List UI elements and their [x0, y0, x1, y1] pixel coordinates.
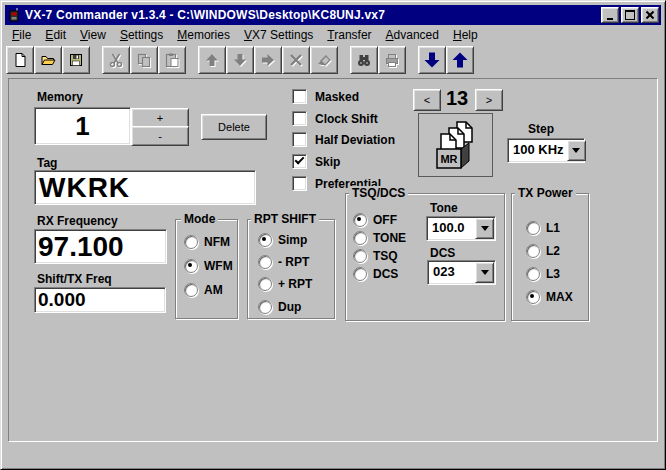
tone-label: Tone: [430, 201, 458, 215]
save-button[interactable]: [62, 46, 90, 74]
radio-l2[interactable]: L2: [526, 243, 560, 258]
radio-icon: [184, 235, 198, 249]
radio-icon: [258, 277, 272, 291]
step-dropdown[interactable]: 100 KHz: [507, 138, 585, 163]
menu-file[interactable]: File: [5, 27, 38, 44]
move-down-button[interactable]: [226, 46, 254, 74]
radio-icon: [258, 300, 272, 314]
rx-frequency-value: 97.100: [35, 231, 124, 263]
radio-wfm[interactable]: WFM: [184, 258, 233, 273]
chevron-down-icon: [481, 270, 489, 275]
rx-frequency-field[interactable]: 97.100: [34, 229, 167, 264]
maximize-icon: [625, 10, 635, 20]
tag-label: Tag: [37, 156, 57, 170]
menu-memories[interactable]: Memories: [170, 27, 237, 44]
radio-icon: [526, 267, 540, 281]
tag-field[interactable]: WKRK: [34, 170, 256, 205]
upload-from-radio-button[interactable]: [446, 46, 474, 74]
menu-advanced[interactable]: Advanced: [379, 27, 446, 44]
checkbox-label: Half Deviation: [315, 133, 395, 147]
checkbox-icon: [292, 176, 307, 191]
tone-value: 100.0: [427, 217, 474, 240]
menu-vx7-settings[interactable]: VX7 Settings: [237, 27, 320, 44]
radio-label: L2: [546, 244, 560, 258]
delete-row-button[interactable]: [282, 46, 310, 74]
maximize-button[interactable]: [621, 7, 639, 23]
close-button[interactable]: [641, 7, 659, 23]
shift-tx-freq-field[interactable]: 0.000: [34, 287, 166, 313]
erase-button[interactable]: [310, 46, 338, 74]
radio-minus-rpt[interactable]: - RPT: [258, 254, 309, 269]
radio-simp[interactable]: Simp: [258, 232, 307, 247]
radio-icon: [353, 231, 367, 245]
radio-plus-rpt[interactable]: + RPT: [258, 276, 312, 291]
radio-label: MAX: [546, 290, 573, 304]
cut-button[interactable]: [102, 46, 130, 74]
tx-power-group-label: TX Power: [515, 186, 576, 200]
radio-l3[interactable]: L3: [526, 266, 560, 281]
radio-nfm[interactable]: NFM: [184, 234, 230, 249]
dropdown-button[interactable]: [475, 262, 494, 283]
checkbox-icon: [292, 132, 307, 147]
title-bar: VX-7 Commander v1.3.4 - C:\WINDOWS\Deskt…: [5, 5, 661, 25]
main-panel: Memory 1 + - Delete Tag WKRK RX Frequenc…: [8, 78, 658, 442]
scissors-icon: [108, 52, 124, 68]
copy-pages-icon: [136, 52, 152, 68]
radio-am[interactable]: AM: [184, 282, 223, 297]
memory-number-field[interactable]: 1: [34, 107, 131, 145]
checkbox-icon: [292, 111, 307, 126]
print-button[interactable]: [378, 46, 406, 74]
shift-tx-freq-value: 0.000: [35, 289, 86, 311]
menu-help[interactable]: Help: [446, 27, 485, 44]
radio-tone[interactable]: TONE: [353, 230, 406, 245]
prev-memory-button[interactable]: <: [413, 89, 441, 111]
checkbox-icon: [292, 154, 307, 169]
menu-edit[interactable]: Edit: [38, 27, 73, 44]
checkbox-masked[interactable]: Masked: [292, 89, 359, 104]
dcs-value: 023: [428, 261, 474, 284]
radio-icon: [526, 290, 540, 304]
menu-view[interactable]: View: [73, 27, 113, 44]
copy-button[interactable]: [130, 46, 158, 74]
prev-arrow-label: <: [424, 94, 430, 106]
down-arrow-icon: [232, 52, 248, 68]
radio-label: TSQ: [373, 249, 398, 263]
move-up-button[interactable]: [198, 46, 226, 74]
dropdown-button[interactable]: [567, 140, 586, 161]
menu-transfer[interactable]: Transfer: [320, 27, 378, 44]
radio-label: OFF: [373, 213, 397, 227]
memory-increment-button[interactable]: +: [131, 108, 189, 128]
radio-icon: [184, 283, 198, 297]
open-file-button[interactable]: [34, 46, 62, 74]
find-button[interactable]: [350, 46, 378, 74]
checkbox-skip[interactable]: Skip: [292, 154, 340, 169]
radio-off[interactable]: OFF: [353, 212, 397, 227]
download-to-radio-button[interactable]: [418, 46, 446, 74]
radio-max[interactable]: MAX: [526, 289, 573, 304]
memory-decrement-button[interactable]: -: [131, 126, 189, 146]
menu-settings[interactable]: Settings: [113, 27, 170, 44]
printer-icon: [384, 52, 400, 68]
checkbox-clock-shift[interactable]: Clock Shift: [292, 111, 378, 126]
menu-bar: File Edit View Settings Memories VX7 Set…: [5, 26, 661, 44]
dcs-dropdown[interactable]: 023: [427, 260, 496, 285]
delete-memory-button[interactable]: Delete: [201, 114, 267, 140]
radio-dcs[interactable]: DCS: [353, 266, 398, 281]
checkbox-half-deviation[interactable]: Half Deviation: [292, 132, 395, 147]
move-right-button[interactable]: [254, 46, 282, 74]
dropdown-button[interactable]: [475, 218, 494, 239]
next-memory-button[interactable]: >: [475, 89, 503, 111]
radio-label: + RPT: [278, 277, 312, 291]
radio-dup[interactable]: Dup: [258, 299, 301, 314]
radio-icon: [353, 213, 367, 227]
mode-group-label: Mode: [181, 212, 218, 226]
tone-dropdown[interactable]: 100.0: [426, 216, 496, 241]
svg-text:MR: MR: [440, 153, 457, 165]
radio-tsq[interactable]: TSQ: [353, 248, 398, 263]
radio-label: Simp: [278, 233, 307, 247]
shift-tx-freq-label: Shift/TX Freq: [37, 272, 112, 286]
radio-l1[interactable]: L1: [526, 220, 560, 235]
paste-button[interactable]: [158, 46, 186, 74]
new-file-button[interactable]: [6, 46, 34, 74]
minimize-button[interactable]: [601, 7, 619, 23]
